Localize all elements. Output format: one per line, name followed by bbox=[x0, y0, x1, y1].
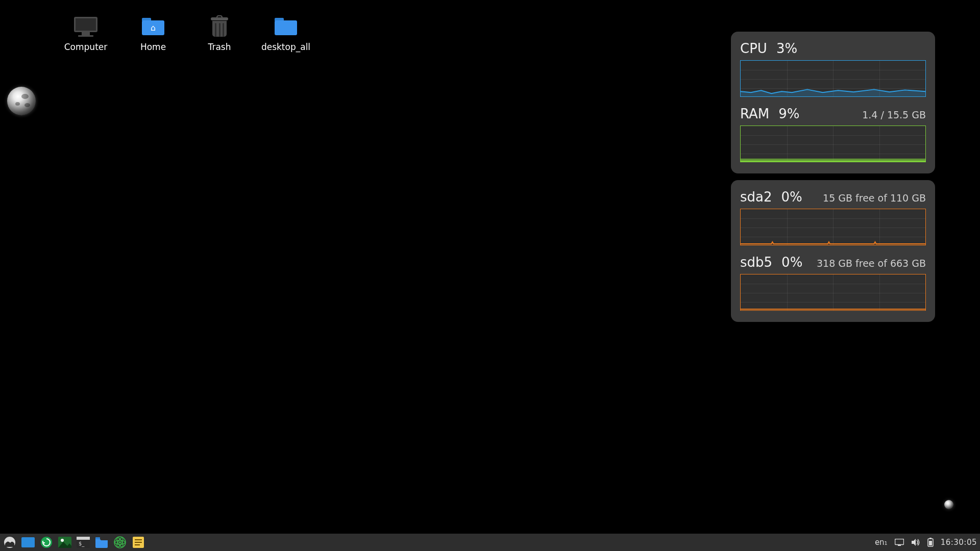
ram-percent: 9% bbox=[778, 106, 799, 121]
ram-graph bbox=[740, 126, 926, 162]
ram-title: RAM bbox=[740, 106, 769, 121]
notes-icon[interactable] bbox=[132, 536, 145, 549]
display-icon[interactable] bbox=[895, 539, 904, 546]
sda2-title: sda2 bbox=[740, 189, 772, 205]
cpu-meter: CPU 3% bbox=[740, 41, 926, 97]
svg-point-12 bbox=[119, 541, 121, 543]
desktop: Computer ⌂ Home Trash desktop_all CPU 3% bbox=[0, 0, 980, 551]
system-monitor-widget: CPU 3% RAM 9% 1.4 / 15.5 GB bbox=[731, 32, 935, 173]
sda2-percent: 0% bbox=[781, 189, 802, 205]
moon-widget-icon[interactable] bbox=[7, 87, 36, 115]
svg-rect-21 bbox=[929, 541, 932, 545]
system-tray: en₁ 16:30:05 bbox=[875, 538, 977, 547]
sdb5-sub: 318 GB free of 663 GB bbox=[817, 258, 926, 269]
folder-icon bbox=[275, 18, 297, 35]
sdb5-graph bbox=[740, 274, 926, 311]
desktop-icon-label: Computer bbox=[55, 42, 116, 52]
svg-rect-5 bbox=[77, 537, 90, 540]
sda2-line bbox=[741, 242, 925, 244]
svg-point-3 bbox=[61, 539, 64, 542]
files-icon[interactable] bbox=[95, 536, 108, 549]
desktop-icon-desktop-all[interactable]: desktop_all bbox=[255, 15, 316, 52]
desktop-icon-label: Home bbox=[122, 42, 184, 52]
ram-meter: RAM 9% 1.4 / 15.5 GB bbox=[740, 106, 926, 162]
svg-rect-20 bbox=[929, 538, 932, 539]
sda2-meter: sda2 0% 15 GB free of 110 GB bbox=[740, 189, 926, 245]
keyboard-layout-indicator[interactable]: en₁ bbox=[875, 538, 888, 547]
cpu-graph bbox=[740, 60, 926, 97]
trash-icon bbox=[211, 16, 228, 37]
desktop-icon-computer[interactable]: Computer bbox=[55, 15, 116, 52]
svg-rect-7 bbox=[95, 537, 100, 539]
monitor-icon bbox=[74, 17, 97, 36]
battery-icon[interactable] bbox=[927, 538, 934, 547]
atom-icon[interactable] bbox=[113, 536, 127, 549]
tasks-icon[interactable] bbox=[21, 536, 35, 549]
folder-icon: ⌂ bbox=[142, 18, 164, 35]
svg-rect-17 bbox=[895, 539, 903, 545]
disk-monitor-widget: sda2 0% 15 GB free of 110 GB sdb5 0% 318… bbox=[731, 180, 935, 322]
recycle-icon[interactable] bbox=[40, 536, 53, 549]
desktop-icon-label: desktop_all bbox=[255, 42, 316, 52]
desktop-icon-trash[interactable]: Trash bbox=[189, 15, 250, 52]
terminal-icon[interactable]: $_ bbox=[77, 536, 90, 549]
image-icon[interactable] bbox=[58, 536, 71, 549]
sdb5-meter: sdb5 0% 318 GB free of 663 GB bbox=[740, 255, 926, 311]
svg-text:$_: $_ bbox=[79, 541, 85, 547]
taskbar: $_ en₁ 16:30:05 bbox=[0, 534, 980, 551]
sdb5-title: sdb5 bbox=[740, 255, 772, 270]
desktop-icon-label: Trash bbox=[189, 42, 250, 52]
cpu-title: CPU bbox=[740, 41, 767, 56]
ram-sub: 1.4 / 15.5 GB bbox=[862, 109, 926, 120]
clock[interactable]: 16:30:05 bbox=[941, 538, 977, 547]
moon-small-icon bbox=[944, 500, 953, 509]
cpu-percent: 3% bbox=[776, 41, 797, 56]
sda2-sub: 15 GB free of 110 GB bbox=[823, 192, 926, 204]
svg-rect-18 bbox=[898, 545, 901, 546]
menu-icon[interactable] bbox=[3, 536, 16, 549]
volume-icon[interactable] bbox=[911, 538, 920, 546]
sda2-graph bbox=[740, 209, 926, 245]
sdb5-percent: 0% bbox=[781, 255, 802, 270]
desktop-icon-home[interactable]: ⌂ Home bbox=[122, 15, 184, 52]
